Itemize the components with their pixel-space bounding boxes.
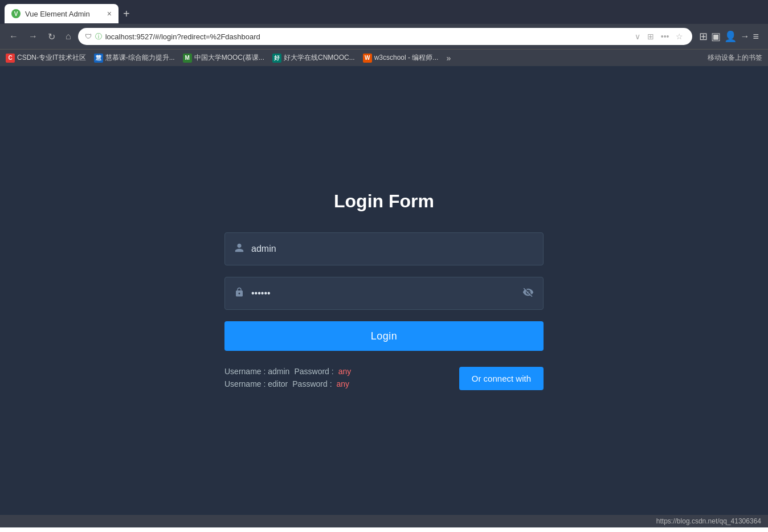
- status-bar: https://blog.csdn.net/qq_41306364: [0, 515, 768, 527]
- credentials-info: Username : admin Password : any Username…: [224, 367, 351, 388]
- login-button[interactable]: Login: [224, 321, 544, 351]
- address-bar[interactable]: 🛡 ⓘ localhost:9527/#/login?redirect=%2Fd…: [78, 28, 693, 45]
- cred-admin-label: Username : admin: [224, 367, 289, 376]
- url-chevron-button[interactable]: ∨: [632, 31, 643, 42]
- bookmark-csdn[interactable]: C CSDN-专业IT技术社区: [6, 53, 86, 63]
- tab-favicon: V: [11, 9, 21, 18]
- browser-tab-bar: V Vue Element Admin × +: [0, 0, 768, 24]
- bookmark-csdn-label: CSDN-专业IT技术社区: [17, 53, 86, 63]
- bookmark-mooc[interactable]: M 中国大学MOOC(慕课...: [183, 53, 264, 63]
- menu-icon[interactable]: ≡: [753, 31, 759, 43]
- sidebar-icon[interactable]: ▣: [711, 30, 721, 43]
- page-content: Login Form: [0, 66, 768, 515]
- library-icon[interactable]: ⊞: [699, 30, 708, 43]
- cred-editor-label: Username : editor: [224, 379, 288, 388]
- credential-row-editor: Username : editor Password : any: [224, 379, 351, 388]
- login-container: Login Form: [224, 191, 544, 390]
- bookmark-huimu[interactable]: 慧 慧慕课-综合能力提升...: [94, 53, 175, 63]
- address-actions: ∨ ⊞ ••• ☆: [632, 31, 686, 42]
- lock-icon: [234, 287, 244, 300]
- browser-nav-bar: ← → ↻ ⌂ 🛡 ⓘ localhost:9527/#/login?redir…: [0, 24, 768, 49]
- bookmark-cnmooc-icon: 好: [272, 54, 281, 63]
- eye-toggle-button[interactable]: [522, 287, 534, 301]
- credential-row-admin: Username : admin Password : any: [224, 367, 351, 376]
- cred-editor-password-value: any: [337, 379, 350, 388]
- bookmark-mooc-label: 中国大学MOOC(慕课...: [194, 53, 264, 63]
- username-group: [224, 232, 544, 265]
- username-input[interactable]: [251, 244, 534, 254]
- person-icon: [234, 243, 244, 256]
- url-star-button[interactable]: ☆: [673, 31, 685, 42]
- mobile-bookmarks-label: 移动设备上的书签: [708, 53, 762, 63]
- profile-icon[interactable]: 👤: [724, 30, 737, 43]
- home-button[interactable]: ⌂: [62, 29, 75, 44]
- nav-arrow-icon[interactable]: →: [740, 31, 749, 42]
- bottom-section: Username : admin Password : any Username…: [224, 367, 544, 390]
- bookmark-huimu-icon: 慧: [94, 54, 103, 63]
- bookmark-cnmooc-label: 好大学在线CNMOOC...: [284, 53, 355, 63]
- reload-button[interactable]: ↻: [44, 29, 59, 44]
- url-more-button[interactable]: •••: [659, 31, 672, 42]
- bookmarks-bar: C CSDN-专业IT技术社区 慧 慧慕课-综合能力提升... M 中国大学MO…: [0, 49, 768, 66]
- bookmark-w3c-icon: W: [363, 54, 372, 63]
- info-icon: ⓘ: [95, 32, 102, 42]
- cred-admin-password-value: any: [338, 367, 352, 376]
- bookmark-huimu-label: 慧慕课-综合能力提升...: [105, 53, 175, 63]
- shield-icon: 🛡: [85, 32, 92, 40]
- new-tab-button[interactable]: +: [123, 7, 130, 21]
- bookmark-w3c-label: w3cschool - 编程师...: [374, 53, 439, 63]
- password-group: [224, 277, 544, 310]
- url-text: localhost:9527/#/login?redirect=%2Fdashb…: [105, 32, 629, 41]
- login-title: Login Form: [334, 191, 434, 212]
- forward-button[interactable]: →: [25, 29, 41, 44]
- tab-close-button[interactable]: ×: [107, 9, 112, 18]
- password-input[interactable]: [251, 288, 522, 298]
- bookmark-w3c[interactable]: W w3cschool - 编程师...: [363, 53, 439, 63]
- status-url: https://blog.csdn.net/qq_41306364: [656, 517, 761, 525]
- bookmark-cnmooc[interactable]: 好 好大学在线CNMOOC...: [272, 53, 355, 63]
- or-connect-button[interactable]: Or connect with: [459, 367, 544, 390]
- active-tab[interactable]: V Vue Element Admin ×: [5, 4, 119, 23]
- url-grid-button[interactable]: ⊞: [645, 31, 656, 42]
- username-input-wrapper: [224, 232, 544, 265]
- bookmark-csdn-icon: C: [6, 54, 15, 63]
- bookmark-mooc-icon: M: [183, 54, 192, 63]
- more-bookmarks-button[interactable]: »: [446, 54, 451, 63]
- cred-admin-password-label: Password :: [294, 367, 333, 376]
- tab-title: Vue Element Admin: [25, 10, 103, 18]
- browser-extensions: ⊞ ▣ 👤 → ≡: [696, 30, 762, 43]
- password-input-wrapper: [224, 277, 544, 310]
- cred-editor-password-label: Password :: [292, 379, 332, 388]
- back-button[interactable]: ←: [6, 29, 22, 44]
